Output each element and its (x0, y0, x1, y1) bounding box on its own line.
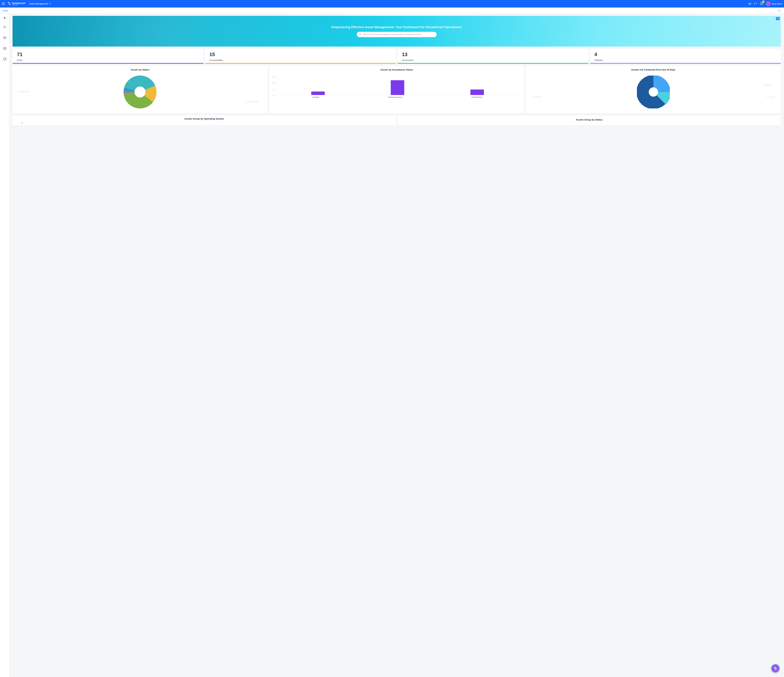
user-menu[interactable]: Ryan Black (766, 2, 782, 6)
logo-subtext: SUMMIT (12, 4, 25, 6)
svg-rect-3 (3, 37, 5, 38)
hero-search[interactable] (357, 32, 437, 37)
chart-assets-by-acceptance: Assets by Acceptance Status 15 10 5 0 (269, 66, 524, 113)
stat-value: 13 (402, 51, 584, 57)
chevron-down-icon (49, 3, 51, 5)
sidebar-search[interactable] (2, 24, 8, 30)
module-label: Asset Management (29, 3, 48, 5)
logo-text: SymphonyAI (12, 2, 25, 4)
hero-search-input[interactable] (363, 33, 434, 36)
donut-label-a: 4 (25.00%) (763, 84, 772, 86)
user-name: Ryan Black (772, 3, 782, 5)
bar-chart[interactable]: 15 10 5 0 Accepted Pending Acceptance Pe… (272, 73, 522, 100)
chart-title: Assets by Status (15, 68, 265, 71)
stat-accent-bar (12, 63, 204, 64)
donut-label-b: 2 (12.50%) (767, 96, 775, 98)
sidebar-item-flow[interactable] (2, 35, 8, 40)
x-axis-labels: Accepted Pending Acceptance Pending Retu… (277, 96, 519, 98)
chart-assets-group-status: Assets Group by Status (398, 115, 781, 125)
y-tick: 15 (273, 74, 274, 78)
sidebar-item-monitor[interactable] (2, 56, 8, 62)
svg-point-1 (4, 26, 5, 28)
x-label: Pending Acceptance (388, 96, 402, 98)
chart-title: Assets not Contacted from last 15 Days (528, 68, 778, 71)
chart-title: Assets by Acceptance Status (272, 68, 522, 71)
assistant-icon (773, 666, 778, 671)
assistant-fab[interactable] (771, 664, 779, 672)
logo[interactable]: SymphonyAI SUMMIT (8, 2, 25, 6)
main-content: Empowering Effective Asset Management: Y… (9, 14, 784, 677)
stat-accent-bar (398, 63, 588, 64)
donut-label-instore: In Store (38.03%) (245, 101, 259, 102)
hero-banner: Empowering Effective Asset Management: Y… (12, 16, 781, 47)
module-selector[interactable]: Asset Management (29, 3, 51, 5)
svg-point-12 (359, 33, 361, 35)
expand-button[interactable] (777, 8, 781, 13)
sidebar-pin[interactable] (2, 16, 8, 21)
stat-label: Software (594, 59, 777, 61)
svg-rect-9 (777, 18, 779, 19)
donut-chart[interactable]: New (39.44%) In Store (38.03%) (15, 73, 265, 111)
donut-chart[interactable]: 4 (25.00%) 2 (12.50%) 10 (62.50%) (528, 73, 778, 111)
notification-count-badge: 7 (762, 0, 765, 3)
stat-accent-bar (205, 63, 396, 64)
y-tick: 5 (273, 86, 274, 90)
font-size-toggle[interactable]: A A (748, 2, 751, 5)
search-icon (359, 33, 362, 36)
svg-rect-2 (3, 37, 6, 37)
app-header: SymphonyAI SUMMIT Asset Management A A 7… (0, 0, 784, 8)
stat-label: Accessories (402, 59, 584, 61)
stat-row: 71 Fixed 15 Consumables 13 Accessories 4… (12, 49, 781, 64)
hero-card-button[interactable] (776, 17, 780, 20)
chart-row-bottom: Assets Group by Operating System 30 Asse… (12, 115, 781, 125)
stat-card-accessories[interactable]: 13 Accessories (398, 49, 588, 64)
bar-accepted[interactable] (311, 92, 325, 95)
chart-row: Assets by Status New (39.44%) In Store (… (12, 66, 781, 113)
svg-rect-4 (3, 39, 6, 39)
sidebar-item-dashboard[interactable] (2, 46, 8, 51)
y-tick: 0 (273, 92, 274, 96)
approvals-button[interactable]: 7 (760, 2, 763, 6)
y-tick: 30 (21, 122, 394, 124)
sidebar (0, 14, 9, 677)
stat-label: Consumables (210, 59, 392, 61)
y-axis-labels: 15 10 5 0 (272, 75, 275, 95)
breadcrumb-bar: Home (0, 8, 784, 14)
stat-accent-bar (590, 63, 781, 64)
svg-point-22 (649, 87, 658, 97)
chart-assets-by-status: Assets by Status New (39.44%) In Store (… (12, 66, 268, 113)
svg-point-5 (5, 37, 6, 38)
donut-label-new: New (39.44%) (18, 90, 29, 92)
chart-title: Assets Group by Status (400, 118, 778, 121)
small-a-icon: A (748, 3, 749, 5)
svg-point-8 (5, 57, 6, 59)
avatar-icon (766, 2, 770, 6)
stat-value: 4 (594, 51, 777, 57)
stat-card-fixed[interactable]: 71 Fixed (12, 49, 204, 64)
donut-label-c: 10 (62.50%) (532, 96, 541, 98)
hero-title: Empowering Effective Asset Management: Y… (331, 25, 462, 29)
chart-title: Assets Group by Operating System (15, 117, 394, 120)
svg-rect-10 (777, 18, 778, 19)
stat-value: 71 (17, 51, 199, 57)
large-a-icon: A (749, 2, 751, 5)
svg-point-18 (135, 87, 146, 98)
stat-value: 15 (210, 51, 392, 57)
chart-assets-not-contacted: Assets not Contacted from last 15 Days 4… (526, 66, 781, 113)
code-button[interactable] (754, 2, 757, 6)
stat-card-software[interactable]: 4 Software (590, 49, 781, 64)
bar-pending-acceptance[interactable] (391, 80, 404, 95)
chart-assets-group-os: Assets Group by Operating System 30 (12, 115, 396, 125)
logo-icon (8, 2, 11, 6)
menu-toggle-button[interactable] (2, 2, 6, 6)
x-label: Pending Return (471, 96, 482, 98)
bar-pending-return[interactable] (470, 90, 484, 95)
x-label: Accepted (313, 96, 319, 98)
stat-card-consumables[interactable]: 15 Consumables (205, 49, 396, 64)
breadcrumb-home[interactable]: Home (3, 9, 8, 12)
stat-label: Fixed (17, 59, 199, 61)
y-tick: 10 (273, 80, 274, 84)
